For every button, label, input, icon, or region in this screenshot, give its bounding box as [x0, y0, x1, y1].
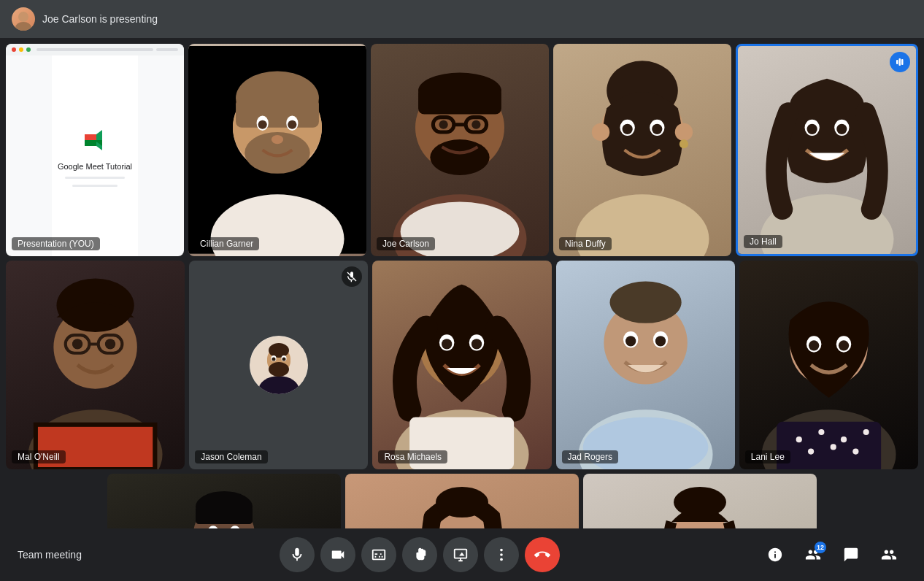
chat-icon — [843, 547, 859, 563]
grid-row-1: Google Meet Tutorial Presentation (YOU) — [6, 44, 918, 256]
svg-rect-8 — [236, 98, 319, 128]
tile-label-presentation: Presentation (YOU) — [12, 237, 100, 250]
svg-rect-44 — [901, 59, 904, 65]
mic-button[interactable] — [280, 537, 315, 572]
person-hugo — [107, 474, 341, 528]
end-call-button[interactable] — [525, 537, 560, 572]
activities-icon — [881, 547, 897, 563]
tile-nina: Nina Duffy — [553, 44, 731, 256]
person-rosa — [372, 261, 551, 469]
person-you — [583, 474, 817, 528]
svg-point-31 — [679, 139, 688, 148]
activities-button[interactable] — [871, 537, 906, 572]
svg-point-64 — [282, 357, 285, 361]
svg-point-40 — [807, 124, 817, 134]
svg-point-75 — [609, 281, 681, 323]
svg-point-107 — [436, 487, 488, 517]
svg-point-23 — [471, 120, 480, 129]
grid-row-3: Hugo Novak — [6, 474, 918, 528]
presenter-banner: Joe Carlson is presenting — [0, 0, 924, 38]
grid-row-2: Mal O'Neill — [6, 261, 918, 469]
right-controls: 12 — [758, 537, 906, 572]
svg-rect-43 — [899, 58, 901, 66]
info-button[interactable] — [758, 537, 793, 572]
svg-point-22 — [439, 120, 448, 129]
svg-point-1 — [15, 22, 31, 31]
present-icon — [453, 547, 469, 563]
mic-icon — [289, 547, 305, 563]
presentation-title: Google Meet Tutorial — [58, 162, 132, 171]
tile-jo: Jo Hall — [736, 44, 918, 256]
tile-label-cillan: Cillian Garner — [194, 237, 259, 250]
meeting-name: Team meeting — [18, 549, 82, 561]
person-joe — [371, 44, 549, 256]
person-priya — [345, 474, 579, 528]
person-mal — [6, 261, 185, 469]
chat-button[interactable] — [833, 537, 869, 572]
more-button[interactable] — [484, 537, 519, 572]
camera-icon — [330, 547, 346, 563]
svg-point-94 — [839, 340, 849, 350]
tile-label-joe: Joe Carlson — [377, 237, 435, 250]
svg-point-35 — [652, 124, 662, 134]
meeting-name-container: Team meeting — [18, 548, 82, 561]
people-button[interactable]: 12 — [796, 537, 831, 572]
svg-point-41 — [836, 124, 847, 134]
svg-rect-98 — [196, 507, 253, 524]
svg-point-79 — [625, 336, 636, 346]
main-controls — [280, 537, 560, 572]
raise-hand-icon — [412, 547, 428, 563]
svg-point-71 — [471, 339, 482, 349]
svg-point-51 — [72, 339, 82, 349]
captions-button[interactable] — [361, 537, 396, 572]
svg-rect-83 — [777, 421, 881, 469]
tile-joe: Joe Carlson — [371, 44, 549, 256]
person-cillan — [188, 44, 366, 256]
mute-icon-jason — [342, 266, 362, 287]
svg-point-89 — [830, 444, 836, 450]
tile-label-jason: Jason Coleman — [195, 450, 267, 463]
raise-hand-button[interactable] — [402, 537, 437, 572]
jason-avatar-circle — [250, 336, 308, 394]
svg-rect-42 — [896, 60, 898, 64]
more-icon — [493, 547, 509, 563]
meet-logo — [79, 124, 111, 156]
svg-point-85 — [818, 429, 824, 435]
svg-point-123 — [500, 553, 503, 556]
camera-button[interactable] — [320, 537, 355, 572]
tile-you: You — [583, 474, 817, 528]
jason-avatar-bg — [189, 261, 368, 469]
svg-point-63 — [272, 357, 275, 361]
tile-lani: Lani Lee — [739, 261, 918, 469]
present-button[interactable] — [443, 537, 478, 572]
tile-label-nina: Nina Duffy — [559, 237, 612, 250]
presenter-avatar — [12, 7, 35, 31]
svg-point-90 — [852, 448, 858, 454]
svg-point-93 — [809, 340, 819, 350]
svg-point-13 — [288, 120, 296, 129]
bottom-bar: Team meeting — [0, 528, 924, 581]
person-nina — [553, 44, 731, 256]
svg-point-34 — [623, 124, 633, 134]
svg-point-84 — [796, 436, 801, 442]
svg-point-58 — [269, 343, 289, 358]
tile-label-jad: Jad Rogers — [562, 450, 618, 463]
tile-label-rosa: Rosa Michaels — [378, 450, 447, 463]
video-grid: Google Meet Tutorial Presentation (YOU) — [0, 38, 924, 528]
svg-point-86 — [841, 436, 847, 442]
speaking-indicator — [890, 52, 910, 72]
tile-label-lani: Lani Lee — [745, 450, 790, 463]
captions-icon — [371, 547, 387, 563]
tile-mal: Mal O'Neill — [6, 261, 185, 469]
svg-point-116 — [674, 487, 726, 517]
person-jad — [556, 261, 735, 469]
svg-point-30 — [675, 123, 693, 141]
tile-jason: Jason Coleman — [189, 261, 368, 469]
svg-point-14 — [272, 135, 283, 144]
svg-point-52 — [105, 339, 115, 349]
tile-label-mal: Mal O'Neill — [12, 450, 66, 463]
svg-point-29 — [592, 123, 609, 141]
people-badge: 12 — [815, 542, 826, 553]
svg-point-124 — [500, 558, 503, 561]
tile-priya: Priya Chadha — [345, 474, 579, 528]
